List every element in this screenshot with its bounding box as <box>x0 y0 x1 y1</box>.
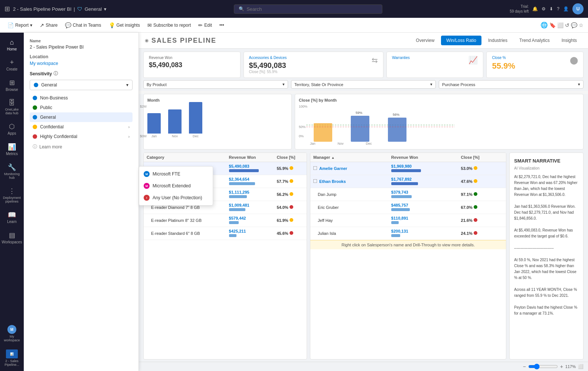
salesforce-icon: ◉ <box>145 38 148 43</box>
kpi-accessories-label: Accessories & Devices <box>249 56 287 60</box>
sidebar-item-browse[interactable]: ⊞ Browse <box>1 76 22 95</box>
revenue-devices: $5,490,083 <box>229 164 249 168</box>
sensitivity-option-public[interactable]: Public <box>30 103 133 112</box>
location-link[interactable]: My workspace <box>30 61 133 66</box>
table-row: E-reader Standard 6" 8 GB $425,211 45.6% <box>144 227 307 240</box>
sidebar-item-learn[interactable]: 📖 Learn <box>1 208 22 227</box>
bar-label-dec: Dec <box>193 134 199 138</box>
confidential-label: Confidential <box>40 124 63 129</box>
sidebar-item-deployment[interactable]: ⋮ Deployment pipelines <box>1 184 22 206</box>
chevron-down-icon: ▾ <box>578 82 580 87</box>
bar-ep32 <box>229 221 239 224</box>
settings-icon[interactable]: ⚙ <box>542 6 546 12</box>
sidebar-item-workspaces[interactable]: ▤ Workspaces <box>1 228 22 247</box>
svg-rect-4 <box>388 118 406 142</box>
apps-grid-icon[interactable]: ⊞ <box>4 5 10 13</box>
bar-dec <box>189 102 202 134</box>
edit-icon: ✏ <box>198 22 203 28</box>
tab-industries[interactable]: Industries <box>483 36 513 45</box>
learn-more-option[interactable]: ⓘ Learn more <box>30 141 133 152</box>
toolbar: 📄 Report ▾ ↗ Share 💬 Chat in Teams 💡 Get… <box>0 18 588 33</box>
zoom-slider[interactable] <box>528 364 558 370</box>
filter-territory-label: Territory, State Or Province <box>294 82 343 87</box>
sensitivity-option-general[interactable]: General <box>30 112 133 122</box>
svg-rect-2 <box>351 116 369 142</box>
sensitivity-option-highly-confidential[interactable]: Highly Confidential › <box>30 132 133 141</box>
zoom-plus-button[interactable]: + <box>560 364 563 370</box>
line-chart-title: Close [%] by Month <box>299 98 579 102</box>
manager-julian: Julian Isla <box>310 227 388 240</box>
deployment-icon: ⋮ <box>9 187 15 195</box>
close-eric: 67.0% <box>461 205 473 210</box>
sidebar-item-apps[interactable]: ⬡ Apps <box>1 119 22 138</box>
manager-ethan[interactable]: Ethan Brooks <box>319 179 346 184</box>
sensitivity-option-confidential[interactable]: Confidential › <box>30 122 133 132</box>
report-header: ◉ SALES PIPELINE Overview Win/Loss Ratio… <box>139 33 588 49</box>
subscribe-button[interactable]: ✉ Subscribe to report <box>144 21 194 30</box>
line-chart-card: Close [%] by Month 100% 50% 0% 59% 56% <box>295 94 584 150</box>
table-row: Dan Jump $379,743 97.1% <box>310 188 506 201</box>
submenu-item-ms-fte[interactable]: M Microsoft FTE <box>139 168 213 180</box>
download-icon[interactable]: ⬇ <box>549 6 553 12</box>
sidebar-item-metrics[interactable]: 📊 Metrics <box>1 140 22 159</box>
bookmark-icon[interactable]: 🔖 <box>549 22 556 28</box>
filter-product[interactable]: By Product ▾ <box>143 80 288 89</box>
col-close-pct: Close [%] <box>274 153 307 162</box>
close-ed8: 54.0% <box>277 205 288 210</box>
sidebar-item-report-thumb[interactable]: 📊 2 - Sales Pipeline... <box>1 347 22 370</box>
tab-overview[interactable]: Overview <box>411 36 440 45</box>
globe-icon[interactable]: 🌐 <box>540 22 548 29</box>
share-button[interactable]: ↗ Share <box>37 21 61 30</box>
nonbusiness-dot <box>33 96 37 100</box>
tab-win-loss[interactable]: Win/Loss Ratio <box>441 36 481 45</box>
sidebar-label-myworkspace: My workspace <box>3 335 21 342</box>
star-icon[interactable]: ☆ <box>579 22 584 28</box>
more-options-button[interactable]: ••• <box>216 21 227 29</box>
filter-row: By Product ▾ Territory, State Or Provinc… <box>139 78 588 91</box>
teams-icon: 💬 <box>65 22 71 28</box>
sidebar-item-monitoring[interactable]: 🔧 Monitoring hub <box>1 160 22 183</box>
sensitivity-select[interactable]: General ▾ <box>30 80 133 90</box>
sidebar-item-myworkspace[interactable]: M My workspace <box>1 322 22 345</box>
report-button[interactable]: 📄 Report ▾ <box>4 21 35 30</box>
chevron-down-icon[interactable]: ▾ <box>104 6 107 12</box>
accessories-icon: ⇆ <box>372 56 378 65</box>
dot-devices <box>290 166 293 170</box>
chat-in-teams-button[interactable]: 💬 Chat in Teams <box>62 21 104 30</box>
sensitivity-option-nonbusiness[interactable]: Non-Business <box>30 93 133 103</box>
refresh-icon[interactable]: ↺ <box>565 22 569 28</box>
sensitivity-panel: Name 2 - Sales Pipeline Power BI Locatio… <box>24 33 139 371</box>
manager-amelie[interactable]: Amelie Garner <box>319 166 347 171</box>
sidebar-item-create[interactable]: + Create <box>1 56 22 74</box>
search-box[interactable]: 🔍 <box>234 4 382 14</box>
info-icon[interactable]: ⓘ <box>53 70 58 77</box>
layout-icon[interactable]: ⬜ <box>557 22 564 28</box>
learn-more-text: Learn more <box>39 144 62 150</box>
bar-dan <box>391 195 412 198</box>
submenu-item-no-protection[interactable]: ! Any User (No Protection) <box>139 192 213 204</box>
report-thumb-icon: 📊 <box>10 352 14 356</box>
bar-chart-title: Month <box>147 98 288 102</box>
comment-icon[interactable]: 💬 <box>571 22 577 28</box>
tab-insights[interactable]: Insights <box>556 36 582 45</box>
workspaces-icon: ▤ <box>9 231 15 239</box>
profile-icon[interactable]: 👤 <box>563 6 569 12</box>
sidebar-item-datalake[interactable]: 🗄 OneLake data hub <box>1 96 22 118</box>
col-category: Category <box>144 153 226 162</box>
user-avatar[interactable]: U <box>572 3 584 14</box>
notification-icon[interactable]: 🔔 <box>532 6 538 12</box>
fit-page-icon[interactable]: ⬜ <box>578 364 584 369</box>
edit-button[interactable]: ✏ Edit <box>195 21 215 30</box>
table-row: E-reader Platinum 8" 32 GB $579,442 61.9… <box>144 214 307 227</box>
help-icon[interactable]: ? <box>557 6 559 12</box>
filter-territory[interactable]: Territory, State Or Province ▾ <box>291 80 436 89</box>
zoom-minus-button[interactable]: − <box>523 364 526 370</box>
filter-purchase[interactable]: Purchase Process ▾ <box>439 80 584 89</box>
sidebar-item-home[interactable]: ⌂ Home <box>1 36 22 54</box>
dot-julian <box>474 231 477 235</box>
get-insights-button[interactable]: 💡 Get insights <box>106 21 143 30</box>
search-input[interactable] <box>246 6 378 12</box>
bar-devices <box>229 169 259 172</box>
submenu-item-ms-extended[interactable]: M Microsoft Extended <box>139 180 213 192</box>
tab-trend-analytics[interactable]: Trend Analytics <box>514 36 555 45</box>
